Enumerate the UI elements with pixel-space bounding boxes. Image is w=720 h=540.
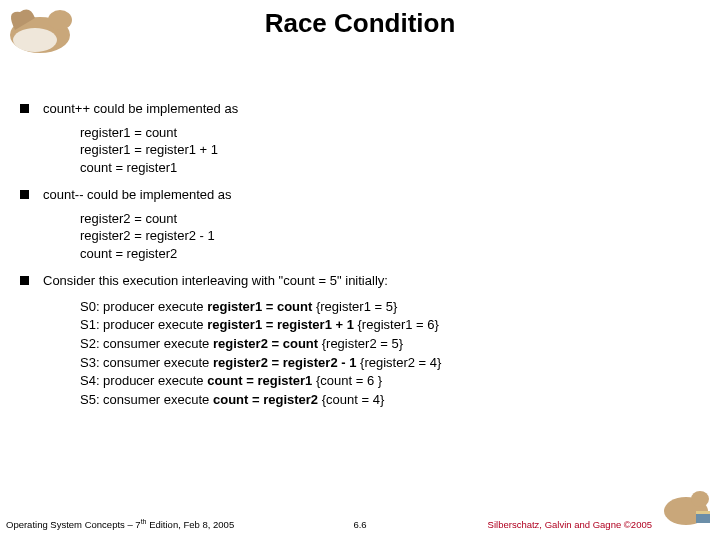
step-prefix: S4: producer execute <box>80 373 207 388</box>
step-suffix: {register2 = 5} <box>318 336 403 351</box>
step-op: register2 = count <box>213 336 318 351</box>
step-suffix: {count = 6 } <box>312 373 382 388</box>
step-op: register2 = register2 - 1 <box>213 355 356 370</box>
code-line: register1 = register1 + 1 <box>80 142 218 157</box>
slide-title: Race Condition <box>0 8 720 39</box>
bullet-text: count-- could be implemented as <box>43 186 700 204</box>
slide-content: count++ could be implemented as register… <box>20 100 700 409</box>
svg-point-4 <box>691 491 709 507</box>
code-line: count = register2 <box>80 246 177 261</box>
execution-steps: S0: producer execute register1 = count {… <box>80 298 700 408</box>
step-prefix: S3: consumer execute <box>80 355 213 370</box>
svg-rect-6 <box>696 511 710 514</box>
step-prefix: S1: producer execute <box>80 317 207 332</box>
step-line: S4: producer execute count = register1 {… <box>80 372 700 390</box>
step-suffix: {register2 = 4} <box>356 355 441 370</box>
code-block-2: register2 = count register2 = register2 … <box>80 210 700 263</box>
code-line: register2 = register2 - 1 <box>80 228 215 243</box>
step-line: S2: consumer execute register2 = count {… <box>80 335 700 353</box>
step-op: register1 = register1 + 1 <box>207 317 354 332</box>
step-line: S5: consumer execute count = register2 {… <box>80 391 700 409</box>
bullet-square-icon <box>20 190 29 199</box>
step-prefix: S2: consumer execute <box>80 336 213 351</box>
step-suffix: {count = 4} <box>318 392 384 407</box>
bullet-text: count++ could be implemented as <box>43 100 700 118</box>
bullet-item: count++ could be implemented as <box>20 100 700 118</box>
bullet-square-icon <box>20 104 29 113</box>
step-line: S3: consumer execute register2 = registe… <box>80 354 700 372</box>
step-suffix: {register1 = 6} <box>354 317 439 332</box>
step-suffix: {register1 = 5} <box>312 299 397 314</box>
step-prefix: S5: consumer execute <box>80 392 213 407</box>
code-line: count = register1 <box>80 160 177 175</box>
step-op: count = register2 <box>213 392 318 407</box>
bullet-item: count-- could be implemented as <box>20 186 700 204</box>
step-line: S0: producer execute register1 = count {… <box>80 298 700 316</box>
step-op: register1 = count <box>207 299 312 314</box>
footer-copyright: Silberschatz, Galvin and Gagne ©2005 <box>488 519 652 530</box>
code-line: register2 = count <box>80 211 177 226</box>
code-line: register1 = count <box>80 125 177 140</box>
step-prefix: S0: producer execute <box>80 299 207 314</box>
bullet-text: Consider this execution interleaving wit… <box>43 272 700 290</box>
step-line: S1: producer execute register1 = registe… <box>80 316 700 334</box>
bullet-square-icon <box>20 276 29 285</box>
step-op: count = register1 <box>207 373 312 388</box>
code-block-1: register1 = count register1 = register1 … <box>80 124 700 177</box>
bullet-item: Consider this execution interleaving wit… <box>20 272 700 290</box>
